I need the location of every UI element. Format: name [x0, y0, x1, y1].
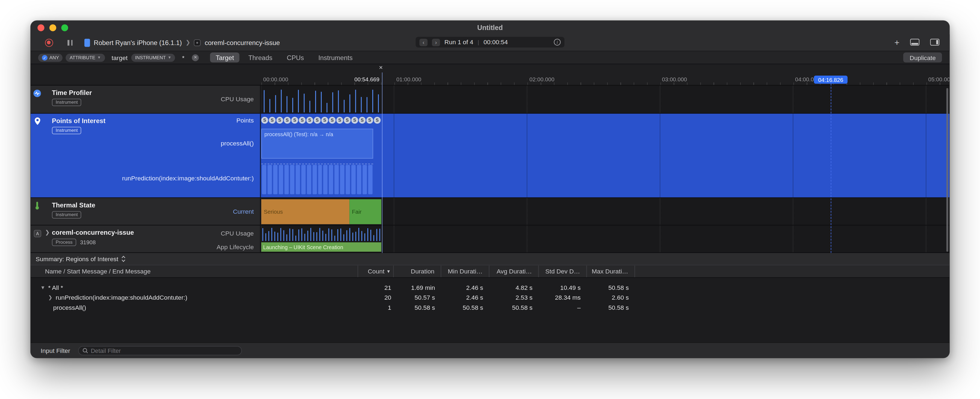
- lane-label-processall: processAll(): [221, 140, 254, 147]
- interval-bar[interactable]: [357, 165, 361, 194]
- track-header-points-of-interest[interactable]: Points of Interest Instrument Points pro…: [30, 114, 261, 198]
- close-window-button[interactable]: [37, 24, 44, 31]
- column-header-duration[interactable]: Duration: [394, 266, 441, 277]
- signpost-dot[interactable]: S: [306, 117, 313, 124]
- signpost-dot[interactable]: S: [359, 117, 366, 124]
- signpost-dot[interactable]: S: [314, 117, 321, 124]
- run-marker-line[interactable]: [830, 84, 831, 253]
- interval-bar[interactable]: [352, 165, 356, 194]
- track-time-profiler: Time Profiler Instrument CPU Usage: [30, 86, 950, 114]
- interval-bar[interactable]: [262, 165, 266, 194]
- interval-bar[interactable]: [301, 165, 305, 194]
- interval-bar[interactable]: [329, 165, 334, 194]
- playhead-line[interactable]: [382, 72, 382, 253]
- info-icon[interactable]: i: [554, 39, 561, 46]
- summary-selector-stepper[interactable]: [121, 253, 126, 264]
- processall-span-block[interactable]: processAll() (Test): n/a → n/a: [261, 128, 373, 158]
- next-run-button[interactable]: ›: [432, 38, 440, 46]
- target-device-selector[interactable]: Robert Ryan's iPhone (16.1.1) ❯ coreml-c…: [84, 38, 280, 47]
- record-button[interactable]: [45, 38, 53, 47]
- interval-bar[interactable]: [278, 165, 283, 194]
- interval-bar[interactable]: [363, 165, 367, 194]
- lane-label-runprediction: runPrediction(index:image:shouldAddContu…: [122, 175, 254, 182]
- track-chart-process[interactable]: Launching – UIKit Scene Creation: [261, 225, 950, 252]
- interval-bar[interactable]: [323, 165, 328, 194]
- detail-filter-field[interactable]: [78, 346, 242, 355]
- interval-bar[interactable]: [290, 165, 294, 194]
- previous-run-button[interactable]: ‹: [420, 38, 428, 46]
- thermal-state-fair[interactable]: Fair: [349, 199, 381, 224]
- track-chart-points-of-interest[interactable]: SSSSSSSSSSSSSSSS processAll() (Test): n/…: [261, 114, 950, 198]
- table-row-runprediction[interactable]: ❯runPrediction(index:image:shouldAddCont…: [30, 292, 950, 302]
- signpost-dot[interactable]: S: [321, 117, 328, 124]
- track-header-process[interactable]: A ❯ coreml-concurrency-issue Process 319…: [30, 225, 261, 252]
- signpost-dot[interactable]: S: [374, 117, 381, 124]
- table-row-all[interactable]: ▼* All * 21 1.69 min 2.46 s 4.82 s 10.49…: [30, 282, 950, 292]
- track-header-time-profiler[interactable]: Time Profiler Instrument CPU Usage: [30, 86, 261, 113]
- track-chart-time-profiler[interactable]: [261, 86, 950, 113]
- summary-selector-label: Summary: Regions of Interest: [35, 255, 118, 262]
- filter-instrument-dropdown[interactable]: INSTRUMENT ▼: [131, 54, 175, 62]
- interval-bar[interactable]: [340, 165, 345, 194]
- detail-filter-input[interactable]: [91, 347, 238, 354]
- tab-cpus[interactable]: CPUs: [281, 52, 309, 62]
- interval-bar[interactable]: [346, 165, 350, 194]
- interval-bar[interactable]: [273, 165, 277, 194]
- signpost-dot[interactable]: S: [351, 117, 358, 124]
- signpost-dot[interactable]: S: [284, 117, 291, 124]
- interval-bar[interactable]: [312, 165, 317, 194]
- column-header-min-duration[interactable]: Min Durati…: [441, 266, 490, 277]
- interval-bar[interactable]: [318, 165, 322, 194]
- track-chart-thermal-state[interactable]: Serious Fair: [261, 198, 950, 225]
- run-marker-time-flag[interactable]: 04:16.826: [814, 76, 848, 84]
- signpost-dot[interactable]: S: [336, 117, 343, 124]
- add-instrument-button[interactable]: +: [894, 37, 899, 48]
- disclosure-chevron-icon[interactable]: ❯: [45, 229, 50, 236]
- column-header-avg-duration[interactable]: Avg Durati…: [490, 266, 539, 277]
- signpost-dot[interactable]: S: [277, 117, 283, 124]
- column-header-max-duration[interactable]: Max Durati…: [587, 266, 635, 277]
- column-header-count[interactable]: Count▼: [358, 266, 394, 277]
- interval-bar[interactable]: [334, 165, 339, 194]
- instrument-badge: Instrument: [52, 211, 82, 218]
- tab-instruments[interactable]: Instruments: [313, 52, 358, 62]
- signpost-dot[interactable]: S: [366, 117, 373, 124]
- toggle-right-panel-button[interactable]: [930, 37, 939, 48]
- tab-threads[interactable]: Threads: [243, 52, 278, 62]
- interval-bar[interactable]: [296, 165, 300, 194]
- zoom-window-button[interactable]: [61, 24, 68, 31]
- track-thermal-state: Thermal State Instrument Current Serious…: [30, 198, 950, 225]
- filter-attribute-dropdown[interactable]: ATTRIBUTE ▼: [66, 54, 105, 62]
- duplicate-button[interactable]: Duplicate: [904, 52, 942, 62]
- column-header-name[interactable]: Name / Start Message / End Message: [30, 266, 358, 277]
- toggle-bottom-panel-button[interactable]: [910, 37, 920, 48]
- status-bar: Input Filter: [30, 342, 950, 358]
- disclosure-open-icon[interactable]: ▼: [40, 284, 46, 290]
- signpost-dot[interactable]: S: [344, 117, 351, 124]
- column-header-std-dev[interactable]: Std Dev D…: [539, 266, 587, 277]
- instrument-token-label: INSTRUMENT: [135, 55, 166, 60]
- thermal-state-serious[interactable]: Serious: [261, 199, 350, 224]
- tab-target[interactable]: Target: [210, 52, 240, 62]
- interval-bar[interactable]: [267, 165, 272, 194]
- pause-button[interactable]: [67, 40, 72, 45]
- filter-target-text: target: [111, 54, 127, 61]
- vertical-scrollbar[interactable]: [947, 88, 948, 252]
- table-row-processall[interactable]: processAll() 1 50.58 s 50.58 s 50.58 s –…: [30, 302, 950, 312]
- signpost-dot[interactable]: S: [269, 117, 275, 124]
- track-header-thermal-state[interactable]: Thermal State Instrument Current: [30, 198, 261, 225]
- signpost-dot[interactable]: S: [329, 117, 336, 124]
- ruler-label: 02:00.000: [529, 76, 554, 82]
- interval-bar[interactable]: [307, 165, 311, 194]
- interval-bar[interactable]: [284, 165, 289, 194]
- disclosure-closed-icon[interactable]: ❯: [48, 294, 53, 300]
- minimize-window-button[interactable]: [49, 24, 56, 31]
- signpost-dot[interactable]: S: [299, 117, 305, 124]
- remove-filter-button[interactable]: ✕: [192, 54, 199, 61]
- signpost-dot[interactable]: S: [261, 117, 268, 124]
- signpost-dot[interactable]: S: [291, 117, 298, 124]
- playhead-time-label: 00:54.669: [325, 76, 379, 82]
- interval-bar[interactable]: [368, 165, 372, 194]
- filter-any-token[interactable]: ✓ ANY: [38, 54, 63, 62]
- app-lifecycle-bar[interactable]: Launching – UIKit Scene Creation: [261, 242, 381, 252]
